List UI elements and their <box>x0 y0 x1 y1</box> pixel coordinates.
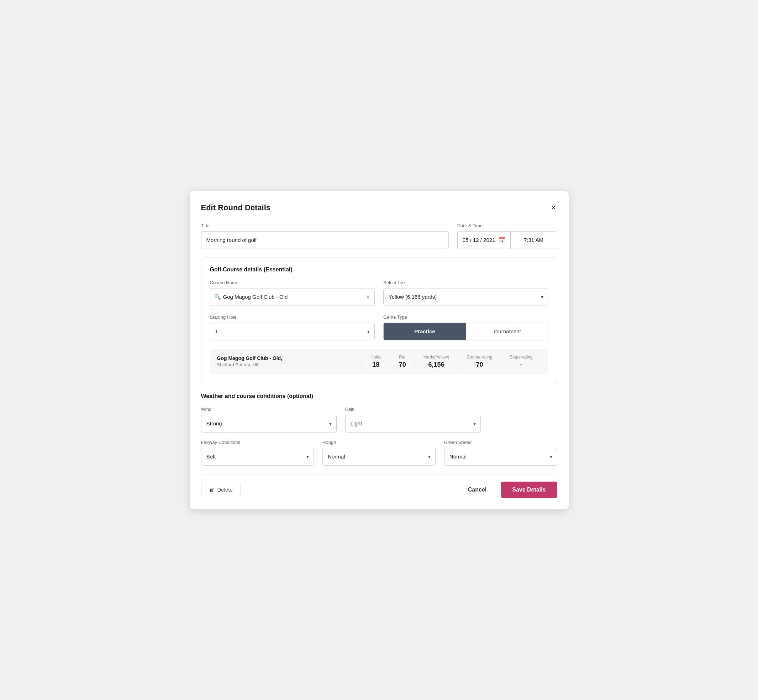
title-input[interactable] <box>201 231 449 249</box>
wind-rain-row: Wind CalmLightModerate StrongVery Strong… <box>201 406 557 433</box>
cancel-button[interactable]: Cancel <box>461 482 493 497</box>
hole-gametype-row: Starting Hole 1234 5678 910 ▾ Game Type … <box>210 314 548 341</box>
fairway-group: Fairway Conditions FirmNormal SoftWet ▾ <box>201 440 314 466</box>
modal-header: Edit Round Details × <box>201 202 557 213</box>
close-button[interactable]: × <box>550 202 557 213</box>
game-type-toggle: Practice Tournament <box>383 323 548 341</box>
rough-group: Rough ShortNormal LongVery Long ▾ <box>323 440 435 466</box>
yards-value: 6,156 <box>423 361 449 369</box>
course-info-row: Gog Magog Golf Club - Old, Shelford Bott… <box>210 349 548 374</box>
calendar-icon: 📅 <box>498 236 505 243</box>
date-time-row: 05 / 12 / 2021 📅 7:31 AM <box>457 231 557 249</box>
rough-dropdown[interactable]: ShortNormal LongVery Long <box>323 448 435 466</box>
clear-icon[interactable]: ✕ <box>366 294 370 300</box>
spacer <box>489 406 557 433</box>
datetime-group: Date & Time 05 / 12 / 2021 📅 7:31 AM <box>457 223 557 249</box>
wind-dropdown[interactable]: CalmLightModerate StrongVery Strong <box>201 415 337 433</box>
title-group: Title <box>201 223 449 249</box>
course-info-name: Gog Magog Golf Club - Old, Shelford Bott… <box>217 355 362 367</box>
fairway-rough-green-row: Fairway Conditions FirmNormal SoftWet ▾ … <box>201 440 557 466</box>
datetime-label: Date & Time <box>457 223 557 228</box>
course-rating-value: 70 <box>467 361 492 369</box>
par-stat: Par 70 <box>390 355 415 369</box>
golf-course-title: Golf Course details (Essential) <box>210 266 548 273</box>
time-value: 7:31 AM <box>524 237 543 243</box>
tournament-button[interactable]: Tournament <box>466 323 548 340</box>
course-info-location: Shelford Bottom, UK <box>217 362 362 367</box>
date-display[interactable]: 05 / 12 / 2021 📅 <box>458 231 511 248</box>
starting-hole-label: Starting Hole <box>210 314 375 320</box>
rain-label: Rain <box>345 406 481 412</box>
holes-stat: Holes 18 <box>362 355 390 369</box>
edit-round-modal: Edit Round Details × Title Date & Time 0… <box>190 191 568 509</box>
slope-rating-label: Slope rating <box>510 355 532 359</box>
starting-hole-group: Starting Hole 1234 5678 910 ▾ <box>210 314 375 341</box>
course-name-wrapper: 🔍 ✕ <box>210 288 375 306</box>
time-display[interactable]: 7:31 AM <box>511 231 557 248</box>
course-tee-row: Course Name 🔍 ✕ Select Tee Yellow (6,156… <box>210 280 548 306</box>
course-rating-stat: Course rating 70 <box>458 355 501 369</box>
par-value: 70 <box>399 361 406 369</box>
course-name-input[interactable] <box>210 288 375 306</box>
title-datetime-row: Title Date & Time 05 / 12 / 2021 📅 7:31 … <box>201 223 557 249</box>
game-type-label: Game Type <box>383 314 548 320</box>
green-speed-group: Green Speed SlowNormal FastVery Fast ▾ <box>444 440 557 466</box>
date-value: 05 / 12 / 2021 <box>463 237 495 243</box>
golf-course-section: Golf Course details (Essential) Course N… <box>201 258 557 383</box>
weather-section-title: Weather and course conditions (optional) <box>201 393 557 400</box>
delete-button[interactable]: 🗑 Delete <box>201 482 241 497</box>
rain-wrapper: NoneLight ModerateHeavy ▾ <box>345 415 481 433</box>
wind-group: Wind CalmLightModerate StrongVery Strong… <box>201 406 337 433</box>
green-speed-label: Green Speed <box>444 440 557 445</box>
save-button[interactable]: Save Details <box>501 481 557 498</box>
holes-value: 18 <box>370 361 382 369</box>
par-label: Par <box>399 355 406 359</box>
rain-group: Rain NoneLight ModerateHeavy ▾ <box>345 406 481 433</box>
green-speed-dropdown[interactable]: SlowNormal FastVery Fast <box>444 448 557 466</box>
wind-wrapper: CalmLightModerate StrongVery Strong ▾ <box>201 415 337 433</box>
title-label: Title <box>201 223 449 228</box>
starting-hole-dropdown[interactable]: 1234 5678 910 <box>210 323 375 341</box>
trash-icon: 🗑 <box>209 487 215 493</box>
green-speed-wrapper: SlowNormal FastVery Fast ▾ <box>444 448 557 466</box>
rough-label: Rough <box>323 440 435 445</box>
yards-label: Yards(Yellow) <box>423 355 449 359</box>
select-tee-label: Select Tee <box>383 280 548 285</box>
course-info-name-text: Gog Magog Golf Club - Old, <box>217 355 362 361</box>
modal-title: Edit Round Details <box>201 203 271 212</box>
delete-label: Delete <box>218 487 233 493</box>
select-tee-wrapper: Yellow (6,156 yards) White Red Blue ▾ <box>383 288 548 306</box>
slope-rating-stat: Slope rating - <box>501 355 541 369</box>
yards-stat: Yards(Yellow) 6,156 <box>415 355 458 369</box>
fairway-wrapper: FirmNormal SoftWet ▾ <box>201 448 314 466</box>
weather-section: Weather and course conditions (optional)… <box>201 393 557 466</box>
game-type-group: Game Type Practice Tournament <box>383 314 548 341</box>
select-tee-dropdown[interactable]: Yellow (6,156 yards) White Red Blue <box>383 288 548 306</box>
rough-wrapper: ShortNormal LongVery Long ▾ <box>323 448 435 466</box>
course-rating-label: Course rating <box>467 355 492 359</box>
rain-dropdown[interactable]: NoneLight ModerateHeavy <box>345 415 481 433</box>
slope-rating-value: - <box>510 361 532 369</box>
footer-right: Cancel Save Details <box>461 481 557 498</box>
course-name-label: Course Name <box>210 280 375 285</box>
search-icon: 🔍 <box>214 294 221 300</box>
holes-label: Holes <box>370 355 382 359</box>
practice-button[interactable]: Practice <box>384 323 466 340</box>
footer-row: 🗑 Delete Cancel Save Details <box>201 474 557 498</box>
starting-hole-wrapper: 1234 5678 910 ▾ <box>210 323 375 341</box>
wind-label: Wind <box>201 406 337 412</box>
select-tee-group: Select Tee Yellow (6,156 yards) White Re… <box>383 280 548 306</box>
fairway-dropdown[interactable]: FirmNormal SoftWet <box>201 448 314 466</box>
fairway-label: Fairway Conditions <box>201 440 314 445</box>
course-name-group: Course Name 🔍 ✕ <box>210 280 375 306</box>
